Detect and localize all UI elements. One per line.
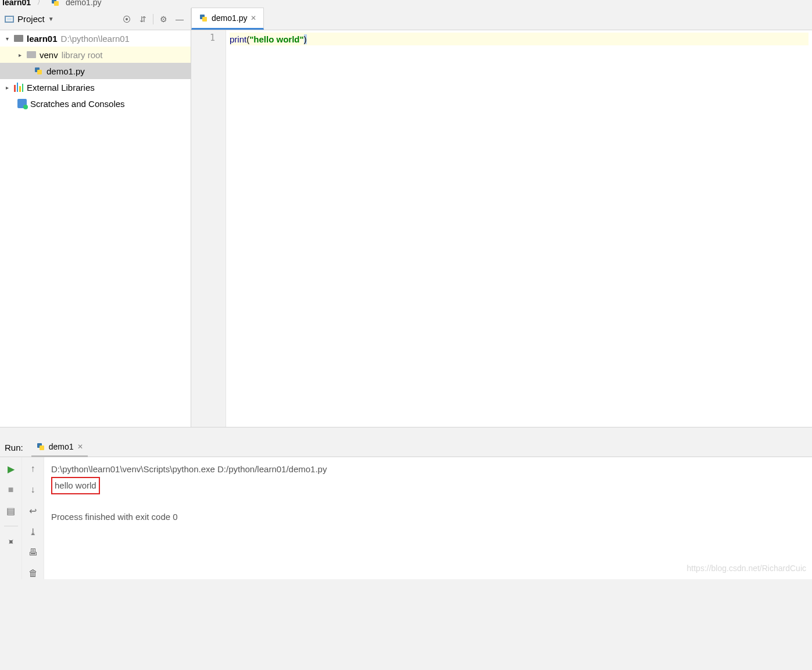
chevron-right-icon[interactable]: ▸ [3,84,10,91]
tree-row-scratches[interactable]: Scratches and Consoles [0,95,191,112]
console-line: Process finished with exit code 0 [51,509,805,525]
locate-icon[interactable]: ⦿ [120,13,133,26]
python-file-icon [34,66,43,76]
hide-icon[interactable]: — [173,13,186,26]
run-label: Run: [5,443,23,452]
tree-item-path: D:\python\learn01 [61,34,130,44]
collapse-all-icon[interactable]: ⇵ [137,13,149,26]
watermark: https://blog.csdn.net/RichardCuic [687,561,806,576]
breadcrumb-item[interactable]: demo1.py [66,0,101,7]
tree-item-label: External Libraries [27,83,95,92]
scratches-icon [17,99,27,108]
close-icon[interactable]: ✕ [77,443,83,451]
run-tab-label: demo1 [49,442,74,451]
run-panel: Run: demo1 ✕ ▶ ■ ▤ ✦ ↑ ↓ ↩ ⤓ 🖶 🗑 D:\pyth… [0,439,812,579]
panel-divider[interactable] [0,427,812,439]
editor-area: demo1.py ✕ 1 print("hello world") [191,8,812,427]
pin-icon[interactable]: ✦ [2,533,19,550]
tab-demo1[interactable]: demo1.py ✕ [191,8,264,30]
run-header[interactable]: Run: demo1 ✕ [0,439,812,457]
editor-tabs[interactable]: demo1.py ✕ [191,8,812,30]
code-content[interactable]: print("hello world") [226,30,812,427]
code-line[interactable]: print("hello world") [230,33,809,45]
python-file-icon [51,0,60,7]
stop-icon[interactable]: ■ [5,484,17,496]
project-header[interactable]: Project ▼ ⦿ ⇵ ⚙ — [0,8,191,30]
tree-item-label: Scratches and Consoles [30,99,125,109]
console-line: D:\python\learn01\venv\Scripts\python.ex… [51,462,805,477]
folder-icon [14,35,23,42]
tree-item-hint: library root [62,50,103,60]
project-view-icon [5,16,14,23]
breadcrumb[interactable]: learn01 〉 demo1.py [0,0,812,8]
line-number: 1 [191,33,226,45]
up-icon[interactable]: ↑ [27,463,39,475]
scroll-to-end-icon[interactable]: ⤓ [27,526,39,537]
project-tree[interactable]: ▾ learn01 D:\python\learn01 ▸ venv libra… [0,30,191,427]
run-gutter-left: ▶ ■ ▤ ✦ [0,457,22,579]
tab-label: demo1.py [212,13,247,23]
libraries-icon [14,83,23,92]
layout-icon[interactable]: ▤ [5,505,17,516]
python-file-icon [199,13,208,23]
divider [4,526,18,526]
soft-wrap-icon[interactable]: ↩ [27,505,39,516]
main-split: Project ▼ ⦿ ⇵ ⚙ — ▾ learn01 D:\python\le… [0,8,812,427]
down-icon[interactable]: ↓ [27,484,39,496]
chevron-down-icon[interactable]: ▼ [48,16,54,22]
tree-row-venv[interactable]: ▸ venv library root [0,47,191,63]
chevron-down-icon[interactable]: ▾ [3,35,10,42]
tree-row-project-root[interactable]: ▾ learn01 D:\python\learn01 [0,30,191,47]
run-tab[interactable]: demo1 ✕ [31,439,88,457]
rerun-icon[interactable]: ▶ [5,463,17,475]
chevron-right-icon[interactable]: ▸ [16,52,23,58]
run-gutter-right: ↑ ↓ ↩ ⤓ 🖶 🗑 [22,457,44,579]
line-gutter: 1 [191,30,226,427]
token-paren: ) [304,34,307,44]
token-string: "hello world" [249,34,303,44]
divider [153,14,153,24]
tree-item-label: demo1.py [46,66,85,76]
tree-row-external-libraries[interactable]: ▸ External Libraries [0,79,191,95]
tree-item-label: venv [40,50,58,60]
tree-item-label: learn01 [27,34,58,44]
console-output[interactable]: D:\python\learn01\venv\Scripts\python.ex… [44,457,812,579]
console-line-highlighted: hello world [51,477,100,494]
code-editor[interactable]: 1 print("hello world") [191,30,812,427]
python-file-icon [36,442,45,451]
project-label: Project [17,14,45,24]
print-icon[interactable]: 🖶 [27,547,39,558]
token-function: print [230,34,246,44]
tree-row-file[interactable]: demo1.py [0,63,191,79]
chevron-right-icon: 〉 [37,0,45,7]
close-icon[interactable]: ✕ [251,14,256,22]
folder-icon [27,51,36,58]
gear-icon[interactable]: ⚙ [157,13,170,26]
breadcrumb-item[interactable]: learn01 [2,0,31,7]
run-body: ▶ ■ ▤ ✦ ↑ ↓ ↩ ⤓ 🖶 🗑 D:\python\learn01\ve… [0,457,812,579]
project-sidebar: Project ▼ ⦿ ⇵ ⚙ — ▾ learn01 D:\python\le… [0,8,191,427]
trash-icon[interactable]: 🗑 [27,568,39,579]
